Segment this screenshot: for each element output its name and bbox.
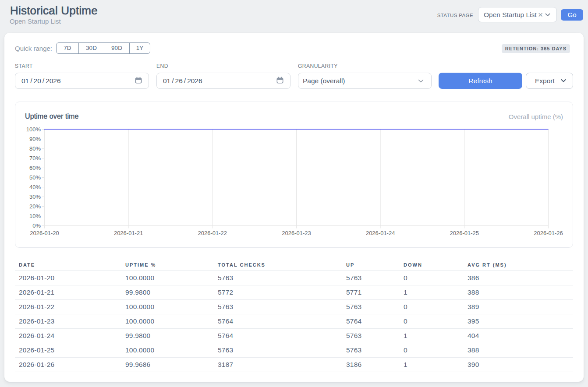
svg-text:30%: 30% — [29, 194, 41, 200]
svg-text:10%: 10% — [29, 213, 41, 219]
svg-text:2026-01-24: 2026-01-24 — [366, 230, 395, 236]
svg-text:80%: 80% — [29, 145, 41, 152]
svg-text:50%: 50% — [29, 174, 41, 181]
svg-text:2026-01-21: 2026-01-21 — [114, 230, 143, 236]
svg-text:70%: 70% — [29, 155, 41, 162]
svg-text:40%: 40% — [29, 184, 41, 190]
svg-text:100%: 100% — [26, 126, 41, 133]
svg-text:2026-01-25: 2026-01-25 — [450, 230, 479, 236]
svg-text:0%: 0% — [32, 222, 41, 229]
svg-text:2026-01-20: 2026-01-20 — [30, 230, 59, 236]
svg-text:20%: 20% — [29, 203, 41, 210]
svg-text:2026-01-23: 2026-01-23 — [282, 230, 311, 236]
svg-text:2026-01-26: 2026-01-26 — [534, 230, 563, 236]
svg-text:2026-01-22: 2026-01-22 — [198, 230, 227, 236]
svg-text:90%: 90% — [29, 136, 41, 142]
svg-text:60%: 60% — [29, 165, 41, 171]
